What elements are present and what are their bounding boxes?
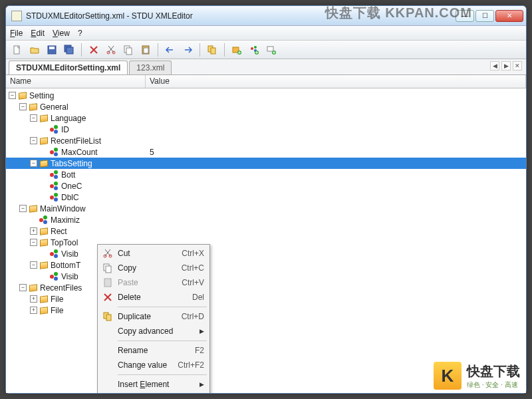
delete-button[interactable] — [86, 43, 101, 57]
menu-help[interactable]: ? — [78, 29, 82, 38]
logo-subtitle: 绿色 · 安全 · 高速 — [467, 380, 520, 390]
svg-rect-4 — [66, 47, 73, 54]
toolbar-separator — [81, 43, 82, 57]
expand-icon[interactable]: + — [30, 295, 37, 303]
ctx-insert-element[interactable]: Insert Element▶ — [99, 377, 208, 392]
titlebar: STDUXMLEditorSetting.xml - STDU XMLEdito… — [6, 6, 526, 26]
svg-rect-0 — [14, 46, 19, 54]
ctx-copy-advanced[interactable]: Copy advanced▶ — [99, 324, 208, 338]
tree-row[interactable]: −BottomT — [6, 259, 526, 271]
collapse-icon[interactable]: − — [19, 205, 27, 212]
collapse-icon[interactable]: − — [19, 103, 27, 110]
tree-row[interactable]: −Language — [6, 112, 526, 124]
expand-icon[interactable]: + — [30, 307, 37, 314]
tree-row[interactable]: Visib — [6, 271, 526, 282]
tab-active[interactable]: STDUXMLEditorSetting.xml — [9, 61, 128, 74]
tree-row[interactable]: +File — [6, 305, 526, 316]
collapse-icon[interactable]: − — [30, 239, 37, 246]
tree-row[interactable]: −MainWindow — [6, 203, 526, 214]
svg-point-16 — [254, 46, 257, 49]
tab-other[interactable]: 123.xml — [129, 61, 172, 74]
svg-rect-12 — [211, 48, 215, 54]
svg-rect-10 — [144, 48, 148, 53]
delete-icon — [102, 291, 114, 303]
header-name[interactable]: Name — [6, 75, 146, 88]
tree-row[interactable]: +File — [6, 293, 526, 305]
maximize-button[interactable]: ☐ — [475, 10, 494, 22]
toolbar-separator — [200, 43, 200, 57]
minimize-button[interactable]: — — [456, 10, 474, 22]
collapse-icon[interactable]: − — [19, 284, 27, 291]
menu-file[interactable]: File — [10, 29, 23, 38]
collapse-icon[interactable]: − — [30, 114, 37, 122]
tree-row[interactable]: MaxCount5 — [6, 146, 526, 158]
cut-button[interactable] — [104, 43, 118, 57]
expand-icon[interactable]: + — [30, 227, 37, 235]
insert-element-button[interactable] — [229, 43, 244, 57]
tree-row[interactable]: −Setting — [6, 90, 526, 101]
tree-row[interactable]: −RecentFiles — [6, 282, 526, 293]
app-icon — [11, 11, 22, 21]
collapse-icon[interactable]: − — [30, 261, 37, 269]
collapse-icon[interactable]: − — [30, 137, 37, 144]
site-logo: K 快盘下载 绿色 · 安全 · 高速 — [434, 362, 520, 390]
logo-title: 快盘下载 — [467, 362, 520, 380]
tree-row[interactable]: ID — [6, 124, 526, 135]
tab-prev-button[interactable]: ◀ — [490, 61, 499, 70]
insert-comment-button[interactable] — [264, 43, 279, 57]
tab-next-button[interactable]: ▶ — [501, 61, 511, 70]
tree-row[interactable]: Bott — [6, 169, 526, 180]
tab-close-button[interactable]: ✕ — [513, 61, 522, 70]
tree-row[interactable]: DblC — [6, 192, 526, 203]
tree-row[interactable]: −TopTool — [6, 237, 526, 248]
header-value[interactable]: Value — [146, 75, 526, 88]
paste-icon — [102, 277, 114, 289]
svg-rect-8 — [126, 48, 132, 55]
save-button[interactable] — [45, 43, 59, 57]
new-button[interactable] — [10, 43, 25, 57]
ctx-delete[interactable]: DeleteDel — [99, 290, 208, 305]
tree-row[interactable]: −RecentFileList — [6, 135, 526, 146]
open-button[interactable] — [27, 43, 42, 57]
duplicate-icon — [102, 311, 114, 323]
duplicate-button[interactable] — [205, 43, 219, 57]
logo-icon: K — [434, 362, 462, 390]
window-title: STDUXMLEditorSetting.xml - STDU XMLEdito… — [26, 11, 456, 21]
ctx-copy[interactable]: CopyCtrl+C — [99, 261, 208, 275]
tree-row[interactable]: +Rect — [6, 225, 526, 237]
paste-button[interactable] — [138, 43, 153, 57]
column-headers: Name Value — [6, 75, 526, 88]
ctx-duplicate[interactable]: DuplicateCtrl+D — [99, 309, 208, 324]
ctx-cut[interactable]: CutCtrl+X — [99, 246, 208, 261]
saveall-button[interactable] — [62, 43, 76, 57]
collapse-icon[interactable]: − — [9, 92, 16, 99]
close-button[interactable]: ✕ — [495, 10, 523, 22]
tree-row[interactable]: Maximiz — [6, 214, 526, 225]
menu-separator — [118, 307, 207, 307]
copy-icon — [102, 262, 114, 274]
svg-rect-25 — [104, 279, 111, 287]
menu-view[interactable]: View — [53, 29, 70, 38]
undo-button[interactable] — [163, 43, 178, 57]
copy-button[interactable] — [121, 43, 136, 57]
tree-view[interactable]: −Setting −General −Language ID −RecentFi… — [6, 88, 526, 393]
cut-icon — [102, 247, 114, 259]
menu-edit[interactable]: Edit — [31, 29, 45, 38]
svg-rect-19 — [267, 47, 273, 51]
ctx-change-value[interactable]: Change valueCtrl+F2 — [99, 358, 208, 372]
tree-row[interactable]: OneC — [6, 180, 526, 192]
ctx-insert-attribute[interactable]: Insert Attribute▶ — [99, 392, 208, 393]
insert-attribute-button[interactable] — [247, 43, 261, 57]
tree-row[interactable]: Visib — [6, 248, 526, 259]
collapse-icon[interactable]: − — [30, 160, 37, 167]
toolbar-separator — [224, 43, 225, 57]
tree-row[interactable]: −General — [6, 101, 526, 112]
ctx-rename[interactable]: RenameF2 — [99, 343, 208, 358]
svg-rect-24 — [106, 266, 111, 273]
tree-row-selected[interactable]: −TabsSetting — [6, 158, 526, 169]
menu-separator — [118, 374, 207, 375]
redo-button[interactable] — [180, 43, 195, 57]
context-menu: CutCtrl+X CopyCtrl+C PasteCtrl+V DeleteD… — [97, 244, 210, 393]
tree-value: 5 — [150, 148, 154, 157]
svg-rect-2 — [49, 47, 55, 49]
